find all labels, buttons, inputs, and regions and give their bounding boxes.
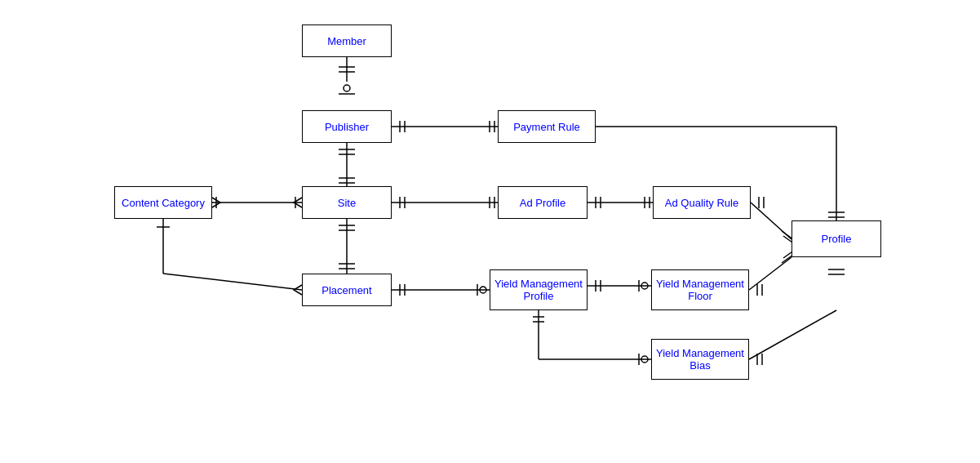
site-entity: Site [302,186,392,219]
yield-mgmt-profile-entity: Yield Management Profile [490,269,588,310]
profile-entity: Profile [792,220,881,257]
site-label: Site [338,197,356,209]
payment-rule-label: Payment Rule [513,121,580,133]
profile-label: Profile [822,233,852,245]
ad-profile-entity: Ad Profile [498,186,588,219]
content-category-entity: Content Category [114,186,212,219]
ad-profile-label: Ad Profile [520,197,565,209]
svg-line-66 [749,310,836,359]
member-label: Member [327,35,366,47]
payment-rule-entity: Payment Rule [498,110,596,143]
member-entity: Member [302,24,392,57]
ad-quality-rule-label: Ad Quality Rule [665,197,738,209]
yield-mgmt-bias-label: Yield Management Bias [655,347,745,372]
svg-line-23 [163,274,302,290]
yield-mgmt-bias-entity: Yield Management Bias [651,339,749,380]
yield-mgmt-floor-label: Yield Management Floor [655,278,745,302]
diagram: Member Publisher Content Category Site P… [0,0,980,463]
svg-point-3 [344,85,350,91]
placement-entity: Placement [302,274,392,306]
placement-label: Placement [321,284,371,296]
yield-mgmt-floor-entity: Yield Management Floor [651,269,749,310]
svg-line-61 [749,257,792,290]
publisher-entity: Publisher [302,110,392,143]
content-category-label: Content Category [122,197,205,209]
yield-mgmt-profile-label: Yield Management Profile [494,278,583,302]
publisher-label: Publisher [325,121,369,133]
ad-quality-rule-entity: Ad Quality Rule [653,186,751,219]
